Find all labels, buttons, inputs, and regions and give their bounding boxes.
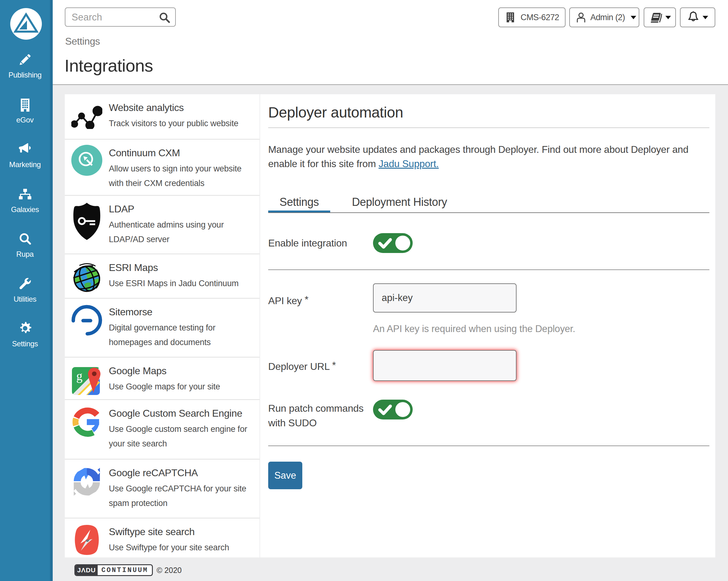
svg-text:g: g [76, 369, 82, 383]
